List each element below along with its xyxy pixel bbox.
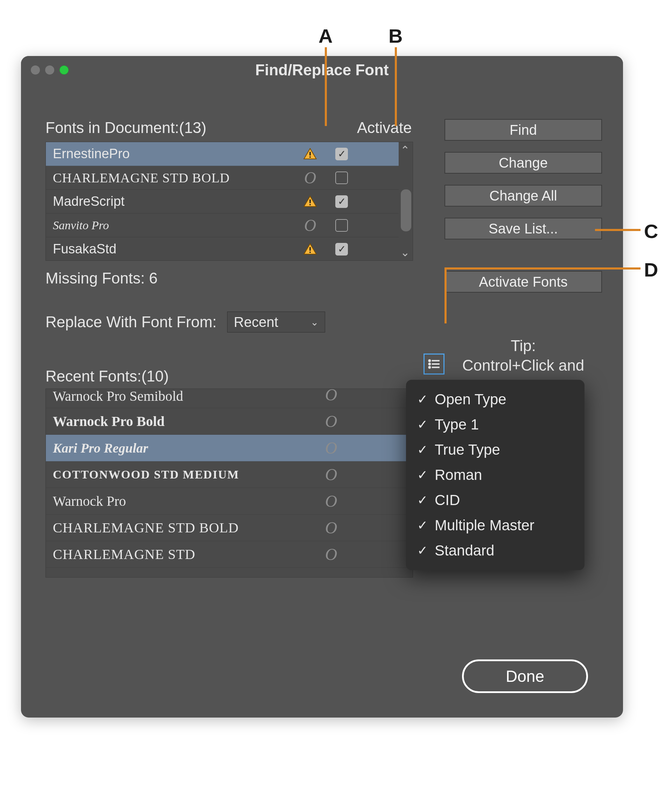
font-type-filter-menu[interactable]: ✓Open Type✓Type 1✓True Type✓Roman✓CID✓Mu… — [406, 380, 584, 570]
recent-font-row[interactable]: Warnock ProO — [46, 488, 413, 515]
font-name: ErnestinePro — [53, 146, 294, 162]
font-name: CHARLEMAGNE STD BOLD — [53, 170, 294, 186]
activate-checkbox[interactable] — [335, 243, 348, 256]
activate-checkbox-cell — [326, 195, 357, 208]
recent-font-row[interactable]: CHARLEMAGNE STDO — [46, 541, 413, 568]
menu-item-label: True Type — [435, 441, 500, 458]
close-window-button[interactable] — [31, 66, 40, 75]
svg-point-6 — [429, 360, 430, 361]
svg-rect-5 — [309, 252, 311, 253]
activate-fonts-button[interactable]: Activate Fonts — [445, 271, 602, 293]
recent-font-row[interactable]: COTTONWOOD STD MEDIUMO — [46, 461, 413, 488]
callout-a-label: A — [318, 24, 333, 47]
list-icon — [427, 357, 441, 371]
font-name: CHARLEMAGNE STD BOLD — [53, 520, 315, 536]
replace-source-dropdown[interactable]: Recent ⌄ — [227, 312, 325, 333]
recent-fonts-list[interactable]: Warnock Pro SemiboldOWarnock Pro BoldOKa… — [45, 389, 413, 577]
change-all-button[interactable]: Change All — [445, 185, 602, 206]
doc-font-row[interactable]: MadreScript — [46, 190, 413, 214]
check-icon: ✓ — [416, 392, 429, 407]
recent-font-row[interactable]: Warnock Pro BoldO — [46, 408, 413, 435]
doc-font-row[interactable]: FusakaStd — [46, 237, 413, 261]
recent-font-row[interactable]: Warnock Pro SemiboldO — [46, 389, 413, 408]
svg-point-8 — [429, 363, 430, 365]
menu-item-label: Roman — [435, 467, 482, 483]
menu-item-label: Type 1 — [435, 416, 479, 433]
menu-item-label: Standard — [435, 542, 494, 559]
check-icon: ✓ — [416, 543, 429, 558]
fonts-in-document-label: Fonts in Document:(13) — [45, 119, 206, 136]
done-button[interactable]: Done — [462, 659, 588, 693]
font-name: Warnock Pro Semibold — [53, 389, 315, 404]
filter-menu-item[interactable]: ✓CID — [406, 488, 584, 513]
callout-a-line — [325, 47, 327, 126]
font-name: Warnock Pro Bold — [53, 413, 315, 430]
scrollbar[interactable]: ⌃ ⌄ — [398, 142, 413, 261]
font-name: COTTONWOOD STD MEDIUM — [53, 468, 315, 481]
opentype-icon: O — [315, 518, 347, 537]
activate-checkbox[interactable] — [335, 171, 348, 184]
doc-font-row[interactable]: ErnestinePro — [46, 142, 413, 166]
list-filter-button[interactable] — [424, 353, 445, 374]
window-controls — [21, 66, 69, 75]
font-name: MadreScript — [53, 194, 294, 209]
doc-font-row[interactable]: CHARLEMAGNE STD BOLDO — [46, 166, 413, 190]
activate-checkbox[interactable] — [335, 219, 348, 232]
callout-c-line — [595, 229, 640, 231]
activate-checkbox-cell — [326, 219, 357, 232]
activate-column-header: Activate — [357, 119, 412, 136]
font-name: CHARLEMAGNE STD — [53, 546, 315, 563]
activate-checkbox[interactable] — [335, 148, 348, 160]
scrollbar-thumb[interactable] — [401, 189, 411, 231]
font-name: FusakaStd — [53, 241, 294, 257]
document-fonts-list[interactable]: ErnestineProCHARLEMAGNE STD BOLDOMadreSc… — [45, 142, 413, 261]
save-list-button[interactable]: Save List... — [445, 218, 602, 240]
menu-item-label: CID — [435, 492, 460, 509]
tip-text: Tip: Control+Click and — [445, 336, 602, 375]
callout-d-line-h — [445, 267, 640, 270]
opentype-icon: O — [315, 465, 347, 484]
filter-menu-item[interactable]: ✓Type 1 — [406, 412, 584, 437]
svg-rect-3 — [309, 204, 311, 205]
find-button[interactable]: Find — [445, 119, 602, 141]
activate-checkbox-cell — [326, 243, 357, 256]
svg-point-10 — [429, 367, 430, 368]
recent-font-row[interactable]: CHARLEMAGNE STD BOLDO — [46, 515, 413, 541]
change-button[interactable]: Change — [445, 152, 602, 174]
check-icon: ✓ — [416, 493, 429, 507]
warning-icon — [294, 242, 326, 257]
scroll-down-icon[interactable]: ⌄ — [400, 246, 410, 259]
activate-checkbox-cell — [326, 171, 357, 184]
minimize-window-button[interactable] — [45, 66, 54, 75]
filter-menu-item[interactable]: ✓Roman — [406, 462, 584, 488]
recent-fonts-label: Recent Fonts:(10) — [45, 368, 169, 385]
filter-menu-item[interactable]: ✓True Type — [406, 437, 584, 462]
activate-checkbox[interactable] — [335, 195, 348, 208]
callout-d-line-v — [445, 267, 446, 323]
callout-b-line — [395, 47, 397, 126]
find-replace-font-dialog: Find/Replace Font Fonts in Document:(13)… — [21, 56, 623, 718]
callout-d-label: D — [644, 258, 658, 281]
svg-rect-2 — [309, 199, 311, 203]
font-name: Warnock Pro — [53, 493, 315, 509]
doc-font-row[interactable]: Sanvito ProO — [46, 214, 413, 237]
warning-icon — [294, 147, 326, 162]
scroll-up-icon[interactable]: ⌃ — [400, 144, 410, 157]
missing-fonts-label: Missing Fonts: 6 — [45, 270, 157, 287]
filter-menu-item[interactable]: ✓Multiple Master — [406, 513, 584, 538]
dropdown-value: Recent — [234, 314, 278, 330]
opentype-icon: O — [294, 168, 326, 187]
zoom-window-button[interactable] — [59, 66, 69, 75]
svg-rect-4 — [309, 247, 311, 251]
menu-item-label: Open Type — [435, 391, 506, 408]
callout-c-label: C — [644, 220, 658, 243]
dialog-title: Find/Replace Font — [21, 61, 623, 79]
filter-menu-item[interactable]: ✓Open Type — [406, 387, 584, 412]
recent-font-row[interactable]: Kari Pro RegularO — [46, 435, 413, 461]
check-icon: ✓ — [416, 417, 429, 432]
filter-menu-item[interactable]: ✓Standard — [406, 538, 584, 563]
opentype-icon: O — [315, 389, 347, 404]
opentype-icon: O — [315, 438, 347, 457]
chevron-down-icon: ⌄ — [310, 317, 318, 328]
titlebar: Find/Replace Font — [21, 56, 623, 84]
